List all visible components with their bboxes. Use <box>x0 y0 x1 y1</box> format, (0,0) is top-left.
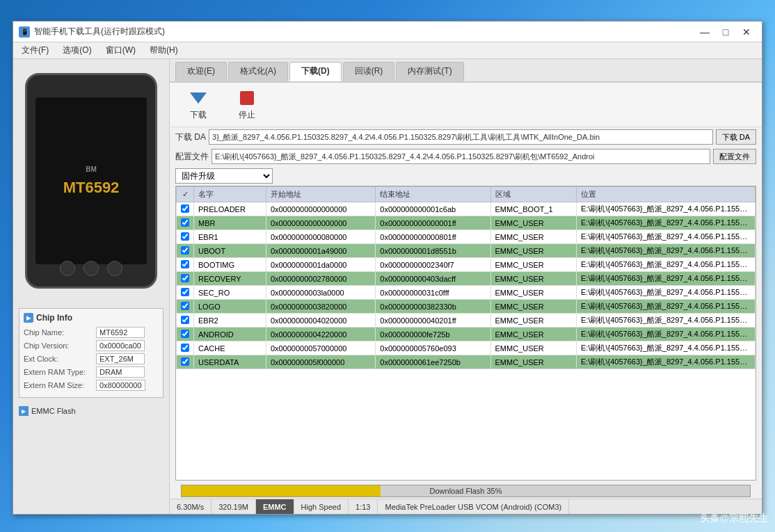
progress-bar-container: Download Flash 35% <box>181 485 751 497</box>
row-name: RECOVERY <box>194 272 266 286</box>
row-checkbox[interactable] <box>181 260 189 268</box>
table-row: MBR0x00000000000000000x000000000000001ff… <box>177 216 756 230</box>
row-checkbox[interactable] <box>181 246 189 255</box>
row-name: EBR1 <box>194 230 266 244</box>
row-end: 0x00000000002340f7 <box>376 258 490 272</box>
row-start: 0x0000000000080000 <box>266 230 375 244</box>
left-panel: BM MT6592 ▶ Chip Info Chip Name: MT6592 <box>13 59 170 514</box>
emmc-icon: ▶ <box>19 406 29 416</box>
row-location: E:\刷机\{4057663}_酷派_8297_4.4.056.P1.15503… <box>577 286 756 300</box>
row-start: 0x0000000004020000 <box>266 314 375 328</box>
row-start: 0x0000000001da0000 <box>266 258 375 272</box>
row-end: 0x0000000001d8551b <box>376 244 490 258</box>
row-end: 0x000000000000801ff <box>376 230 490 244</box>
row-location: E:\刷机\{4057663}_酷派_8297_4.4.056.P1.15503… <box>577 300 756 314</box>
title-bar: 📱 智能手机下载工具(运行时跟踪模式) — □ ✕ <box>13 22 762 42</box>
row-checkbox[interactable] <box>181 274 189 282</box>
menu-help[interactable]: 帮助(H) <box>144 43 184 58</box>
row-region: EMMC_USER <box>490 328 577 341</box>
row-location: E:\刷机\{4057663}_酷派_8297_4.4.056.P1.15503… <box>577 355 756 369</box>
row-name: BOOTIMG <box>194 258 266 272</box>
row-end: 0x000000000000001ff <box>376 216 490 230</box>
row-region: EMMC_USER <box>490 286 577 300</box>
tab-welcome[interactable]: 欢迎(E) <box>175 62 227 81</box>
row-checkbox-cell <box>177 216 194 230</box>
row-checkbox[interactable] <box>181 218 189 227</box>
phone-brand: BM <box>86 166 97 173</box>
phone-buttons <box>60 261 122 276</box>
table-row: LOGO0x00000000038200000x000000000382330b… <box>177 300 756 314</box>
extern-ram-type-label: Extern RAM Type: <box>24 368 93 376</box>
menu-window[interactable]: 窗口(W) <box>100 43 141 58</box>
row-name: MBR <box>194 216 266 230</box>
status-bar: 6.30M/s 320.19M EMMC High Speed 1:13 Med… <box>170 499 762 514</box>
config-input[interactable] <box>211 149 710 164</box>
row-region: EMMC_USER <box>490 244 577 258</box>
status-size: 320.19M <box>211 499 256 514</box>
row-checkbox[interactable] <box>181 344 189 352</box>
row-start: 0x000000005f000000 <box>266 355 375 369</box>
row-start: 0x0000000003la0000 <box>266 286 375 300</box>
row-checkbox-cell <box>177 244 194 258</box>
row-name: ANDROID <box>194 328 266 341</box>
main-window: 📱 智能手机下载工具(运行时跟踪模式) — □ ✕ 文件(F) 选项(O) 窗口… <box>13 21 762 515</box>
config-label: 配置文件 <box>175 151 209 163</box>
da-form-row: 下载 DA 下载 DA <box>170 127 762 147</box>
close-button[interactable]: ✕ <box>737 24 756 40</box>
row-end: 0x000000000040201ff <box>376 314 490 328</box>
row-checkbox-cell <box>177 230 194 244</box>
ext-clock-value: EXT_26M <box>96 353 145 364</box>
tab-read[interactable]: 回读(R) <box>343 62 395 81</box>
status-mode: High Speed <box>294 499 349 514</box>
menu-options[interactable]: 选项(O) <box>57 43 97 58</box>
da-button[interactable]: 下载 DA <box>716 129 756 145</box>
row-checkbox[interactable] <box>181 288 189 296</box>
row-checkbox-cell <box>177 202 194 216</box>
window-title: 智能手机下载工具(运行时跟踪模式) <box>34 26 165 38</box>
row-location: E:\刷机\{4057663}_酷派_8297_4.4.056.P1.15503… <box>577 216 756 230</box>
mode-dropdown[interactable]: 固件升级 下载只 格式化+下载 <box>175 168 273 184</box>
download-button[interactable]: 下载 <box>181 88 216 121</box>
phone-btn-menu <box>107 261 122 276</box>
row-end: 0x00000000031c0fff <box>376 286 490 300</box>
minimize-button[interactable]: — <box>695 24 714 40</box>
row-checkbox[interactable] <box>181 204 189 213</box>
tab-format[interactable]: 格式化(A) <box>228 62 288 81</box>
row-name: USERDATA <box>194 355 266 369</box>
row-start: 0x0000000002780000 <box>266 272 375 286</box>
row-start: 0x0000000003820000 <box>266 300 375 314</box>
chip-name-row: Chip Name: MT6592 <box>24 327 159 338</box>
status-interface: EMMC <box>256 499 294 514</box>
phone-chip: MT6592 <box>63 179 120 197</box>
row-region: EMMC_BOOT_1 <box>490 202 577 216</box>
row-checkbox[interactable] <box>181 232 189 241</box>
emmc-label: EMMC Flash <box>31 407 76 415</box>
stop-button[interactable]: 停止 <box>230 88 264 121</box>
status-device: MediaTek PreLoader USB VCOM (Android) (C… <box>378 499 569 514</box>
row-checkbox[interactable] <box>181 357 189 366</box>
tab-download[interactable]: 下载(D) <box>289 62 342 81</box>
status-time: 1:13 <box>349 499 378 514</box>
da-input[interactable] <box>209 129 713 145</box>
row-region: EMMC_USER <box>490 314 577 328</box>
row-name: SEC_RO <box>194 286 266 300</box>
extern-ram-type-value: DRAM <box>96 366 145 378</box>
row-checkbox-cell <box>177 355 194 369</box>
content-area: BM MT6592 ▶ Chip Info Chip Name: MT6592 <box>13 59 762 514</box>
tab-memtest[interactable]: 内存测试(T) <box>396 62 463 81</box>
row-checkbox[interactable] <box>181 330 189 338</box>
status-speed: 6.30M/s <box>170 499 211 514</box>
maximize-button[interactable]: □ <box>716 24 735 40</box>
table-row: EBR10x00000000000800000x000000000000801f… <box>177 230 756 244</box>
row-region: EMMC_USER <box>490 341 577 355</box>
row-location: E:\刷机\{4057663}_酷派_8297_4.4.056.P1.15503… <box>577 258 756 272</box>
row-checkbox-cell <box>177 314 194 328</box>
row-checkbox[interactable] <box>181 316 189 324</box>
row-end: 0x000000005760e093 <box>376 341 490 355</box>
menu-file[interactable]: 文件(F) <box>16 43 54 58</box>
download-icon <box>187 88 209 108</box>
config-button[interactable]: 配置文件 <box>713 149 756 164</box>
col-name: 名字 <box>194 187 266 202</box>
row-checkbox[interactable] <box>181 302 189 310</box>
table-row: UBOOT0x0000000001a490000x0000000001d8551… <box>177 244 756 258</box>
